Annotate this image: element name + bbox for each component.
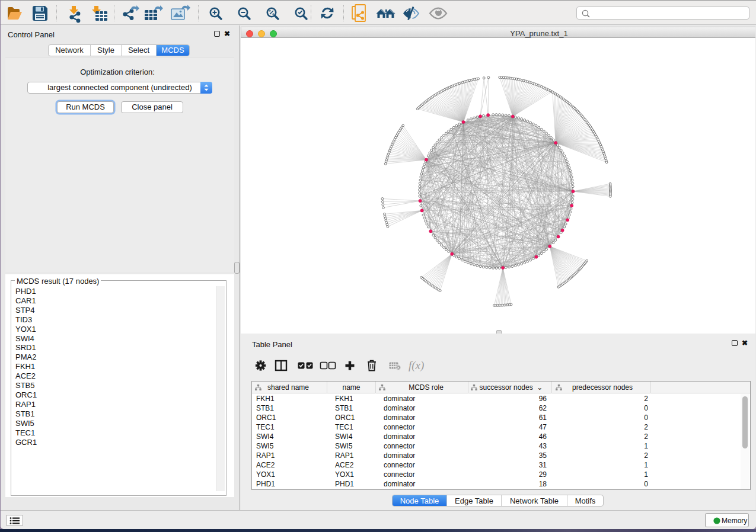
- svg-text:f(x): f(x): [409, 359, 424, 372]
